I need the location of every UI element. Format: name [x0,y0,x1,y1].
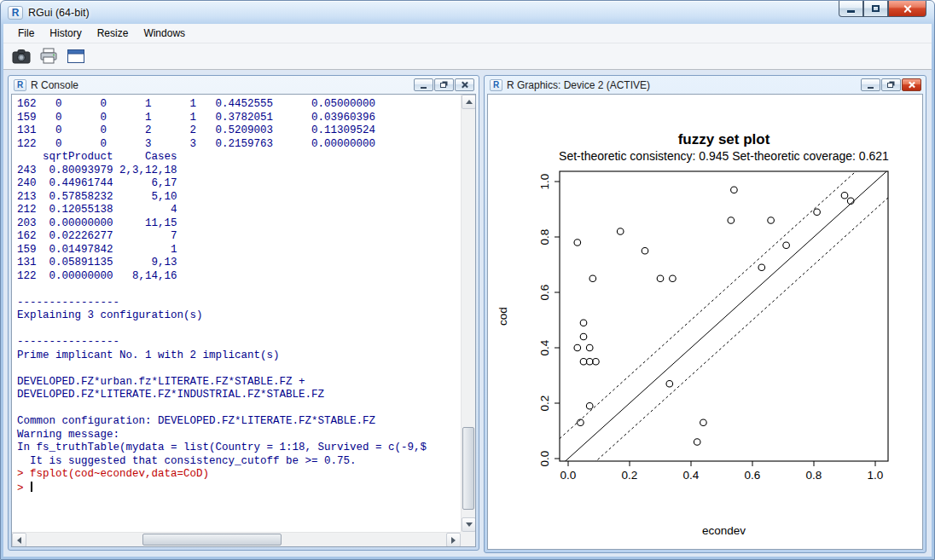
console-line: 243 0.80093979 2,3,12,18 [17,165,461,178]
console-line: 213 0.57858232 5,10 [17,191,461,205]
console-window-controls [414,78,474,91]
minimize-icon [421,87,427,89]
console-line: Explaining 3 configuration(s) [17,309,461,323]
svg-text:0.0: 0.0 [560,469,577,482]
arrow-right-icon [451,537,456,544]
console-line: > fsplot(cod~econdev,data=CoD) [17,468,461,482]
scroll-left-button[interactable] [12,533,26,547]
graphics-restore-button[interactable] [881,78,901,91]
toolbar [3,43,932,70]
minimize-icon [847,10,855,13]
menu-item-resize[interactable]: Resize [90,25,136,42]
console-line: ---------------- [17,336,461,349]
plot-svg: fuzzy set plotSet-theoretic consistency:… [488,95,922,548]
window-icon [67,49,85,64]
console-line: 131 0 0 2 2 0.5209003 0.11309524 [17,124,461,138]
svg-text:0.4: 0.4 [683,469,700,482]
graphics-title: R Graphics: Device 2 (ACTIVE) [507,79,650,91]
console-line: 159 0 0 1 1 0.3782051 0.03960396 [17,112,461,125]
maximize-icon [872,5,880,12]
menu-item-windows[interactable]: Windows [136,25,193,42]
svg-text:0.4: 0.4 [538,339,551,355]
print-button[interactable] [37,46,60,67]
svg-text:0.2: 0.2 [538,395,551,412]
svg-text:0.6: 0.6 [538,285,551,301]
r-graphics-window: R R Graphics: Device 2 (ACTIVE) fuzzy se… [484,75,926,553]
console-line [17,402,461,416]
console-line: 159 0.01497842 1 [17,244,461,257]
graphics-window-controls [861,78,921,91]
menu-item-file[interactable]: File [10,25,42,42]
mdi-client-area: R R Console 162 0 0 1 1 0.4452555 0.0500… [3,70,932,557]
arrow-left-icon [17,537,21,544]
close-icon [908,81,915,89]
scroll-right-button[interactable] [446,533,461,547]
menu-item-history[interactable]: History [42,25,89,42]
console-line: > [17,482,461,495]
vertical-scrollbar[interactable] [461,95,475,532]
horizontal-scrollbar[interactable] [12,532,461,546]
graphics-close-button[interactable] [902,78,921,91]
console-text[interactable]: 162 0 0 1 1 0.4452555 0.05000000159 0 0 … [12,95,461,532]
console-title: R Console [31,79,78,91]
r-logo-icon: R [8,6,23,20]
maximize-button[interactable] [863,1,888,17]
scrollbar-corner [461,532,475,546]
restore-icon [440,83,446,88]
console-line: Warning message: [17,429,461,442]
restore-icon [887,83,893,88]
console-line: Prime implicant No. 1 with 2 implicant(s… [17,349,461,363]
graphics-content: fuzzy set plotSet-theoretic consistency:… [487,94,923,550]
console-line: DEVELOPED.FZ*urban.fz*LITERATE.FZ*STABLE… [17,376,461,390]
console-line: ---------------- [17,297,461,310]
window-titlebar[interactable]: R RGui (64-bit) [1,1,934,24]
svg-text:0.0: 0.0 [538,451,551,467]
r-console-icon: R [14,79,26,91]
graphics-minimize-button[interactable] [861,78,880,91]
svg-text:1.0: 1.0 [538,174,551,190]
console-line [17,283,461,297]
r-console-window: R R Console 162 0 0 1 1 0.4452555 0.0500… [8,75,479,551]
svg-text:econdev: econdev [702,524,746,537]
console-line: In fs_truthTable(mydata = list(Country =… [17,442,461,455]
console-line: 122 0 0 3 3 0.2159763 0.00000000 [17,138,461,152]
copy-to-clipboard-button[interactable] [9,46,32,67]
console-restore-button[interactable] [434,78,454,91]
print-icon [39,48,58,65]
console-line [17,323,461,337]
svg-text:Set-theoretic consistency: 0.9: Set-theoretic consistency: 0.945 Set-the… [559,149,889,163]
svg-text:fuzzy set plot: fuzzy set plot [678,131,770,147]
close-icon [903,4,912,14]
console-close-button[interactable] [455,78,474,91]
console-line: 131 0.05891135 9,13 [17,257,461,270]
scroll-down-button[interactable] [462,517,476,532]
console-line: Common configuration: DEVELOPED.FZ*LITER… [17,415,461,429]
horizontal-scroll-thumb[interactable] [142,534,282,546]
console-line: It is suggested that consistency_cutoff … [17,455,461,469]
vertical-scroll-thumb[interactable] [462,427,474,510]
arrow-down-icon [466,522,473,527]
text-caret [31,482,32,492]
console-line: sqrtProduct Cases [17,151,461,165]
console-focus-button[interactable] [64,46,87,67]
close-button[interactable] [888,1,926,17]
minimize-icon [868,87,874,89]
console-line: 162 0.02226277 7 [17,230,461,244]
svg-text:0.8: 0.8 [806,469,822,482]
graphics-titlebar[interactable]: R R Graphics: Device 2 (ACTIVE) [487,76,923,94]
svg-text:0.8: 0.8 [538,229,551,245]
console-line: 122 0.00000000 8,14,16 [17,270,461,284]
close-icon [461,81,468,89]
svg-text:0.6: 0.6 [745,469,761,482]
camera-icon [12,49,31,64]
menu-bar: File History Resize Windows [3,24,932,43]
console-titlebar[interactable]: R R Console [11,76,476,94]
console-line: 212 0.12055138 4 [17,204,461,217]
r-graphics-icon: R [490,79,502,91]
svg-text:0.2: 0.2 [622,469,638,482]
scroll-up-button[interactable] [462,95,476,109]
console-line: 203 0.00000000 11,15 [17,217,461,231]
minimize-button[interactable] [839,1,863,17]
console-minimize-button[interactable] [414,78,433,91]
arrow-up-icon [466,100,473,104]
